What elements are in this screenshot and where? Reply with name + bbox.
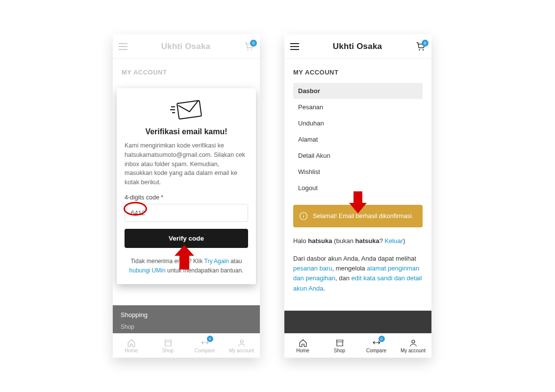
bottom-nav: Home Shop 0 Compare My account bbox=[113, 333, 260, 358]
brand-title: Ukhti Osaka bbox=[333, 42, 382, 51]
welcome-text: Halo hatsuka (bukan hatsuka? Keluar) Dar… bbox=[284, 236, 431, 294]
svg-point-1 bbox=[251, 49, 252, 50]
verify-button[interactable]: Verify code bbox=[125, 229, 248, 248]
menu-item-logout[interactable]: Logout bbox=[293, 180, 423, 196]
cart-icon[interactable]: 0 bbox=[244, 42, 254, 51]
menu-icon[interactable] bbox=[290, 43, 299, 50]
page: MY ACCOUNT Shopping Shop Verifikasi emai… bbox=[113, 59, 260, 358]
alert-text: Selamat! Email berhasil dikonfirmasi. bbox=[313, 213, 413, 220]
menu-item-pesanan[interactable]: Pesanan bbox=[293, 99, 423, 115]
header: Ukhti Osaka 0 bbox=[113, 34, 260, 59]
code-label: 4-digits code * bbox=[125, 194, 248, 201]
footer-heading: Shopping bbox=[121, 311, 252, 318]
nav-shop[interactable]: Shop bbox=[321, 334, 358, 358]
footer-bar bbox=[284, 311, 431, 333]
nav-shop[interactable]: Shop bbox=[150, 334, 186, 358]
footer-shopping: Shopping Shop bbox=[113, 305, 260, 333]
compare-badge: 0 bbox=[207, 336, 213, 342]
page-title: MY ACCOUNT bbox=[284, 59, 431, 83]
svg-point-4 bbox=[419, 49, 420, 50]
contact-link[interactable]: hubungi UMin bbox=[129, 267, 166, 274]
page-title: MY ACCOUNT bbox=[113, 59, 260, 83]
dashboard-menu: Dasbor Pesanan Unduhan Alamat Detail Aku… bbox=[284, 83, 431, 196]
bottom-nav: Home Shop 0 Compare My account bbox=[284, 333, 431, 358]
svg-point-3 bbox=[240, 340, 243, 343]
modal-body: Kami mengirimkan kode verifikasi ke hats… bbox=[125, 141, 248, 187]
cart-icon[interactable]: 0 bbox=[416, 42, 426, 51]
nav-home[interactable]: Home bbox=[284, 334, 321, 358]
success-alert: Selamat! Email berhasil dikonfirmasi. bbox=[293, 205, 423, 227]
envelope-icon bbox=[125, 99, 248, 121]
header: Ukhti Osaka 0 bbox=[284, 34, 431, 59]
menu-icon[interactable] bbox=[119, 43, 127, 50]
nav-compare[interactable]: 0 Compare bbox=[358, 334, 395, 358]
compare-badge: 0 bbox=[378, 336, 385, 342]
screenshot-dashboard: Ukhti Osaka 0 MY ACCOUNT Dasbor Pesanan … bbox=[284, 34, 431, 358]
code-input[interactable] bbox=[125, 204, 248, 222]
nav-compare[interactable]: 0 Compare bbox=[186, 334, 223, 358]
svg-point-7 bbox=[412, 340, 415, 343]
verify-modal: Verifikasi email kamu! Kami mengirimkan … bbox=[117, 88, 256, 284]
svg-point-0 bbox=[247, 49, 249, 50]
info-icon bbox=[299, 212, 308, 220]
modal-footer: Tidak menerima email? Klik Try Again ata… bbox=[125, 257, 248, 275]
nav-account[interactable]: My account bbox=[395, 334, 431, 358]
cart-badge: 0 bbox=[422, 40, 429, 47]
svg-rect-2 bbox=[177, 100, 202, 119]
try-again-link[interactable]: Try Again bbox=[204, 258, 229, 265]
nav-account[interactable]: My account bbox=[223, 334, 260, 358]
menu-item-dasbor[interactable]: Dasbor bbox=[293, 83, 423, 99]
menu-item-detail-akun[interactable]: Detail Akun bbox=[293, 147, 423, 164]
screenshot-verify: Ukhti Osaka 0 MY ACCOUNT Shopping Shop V… bbox=[113, 34, 260, 358]
svg-point-5 bbox=[423, 49, 424, 50]
cart-badge: 0 bbox=[250, 40, 257, 47]
menu-item-alamat[interactable]: Alamat bbox=[293, 131, 423, 147]
menu-item-unduhan[interactable]: Unduhan bbox=[293, 115, 423, 131]
nav-home[interactable]: Home bbox=[113, 334, 150, 358]
logout-link[interactable]: Keluar bbox=[384, 237, 403, 245]
page: MY ACCOUNT Dasbor Pesanan Unduhan Alamat… bbox=[284, 59, 431, 358]
modal-heading: Verifikasi email kamu! bbox=[125, 127, 248, 136]
menu-item-wishlist[interactable]: Wishlist bbox=[293, 164, 423, 180]
brand-title: Ukhti Osaka bbox=[161, 42, 210, 51]
footer-link-shop[interactable]: Shop bbox=[121, 323, 252, 330]
orders-link[interactable]: pesanan baru bbox=[293, 265, 332, 272]
